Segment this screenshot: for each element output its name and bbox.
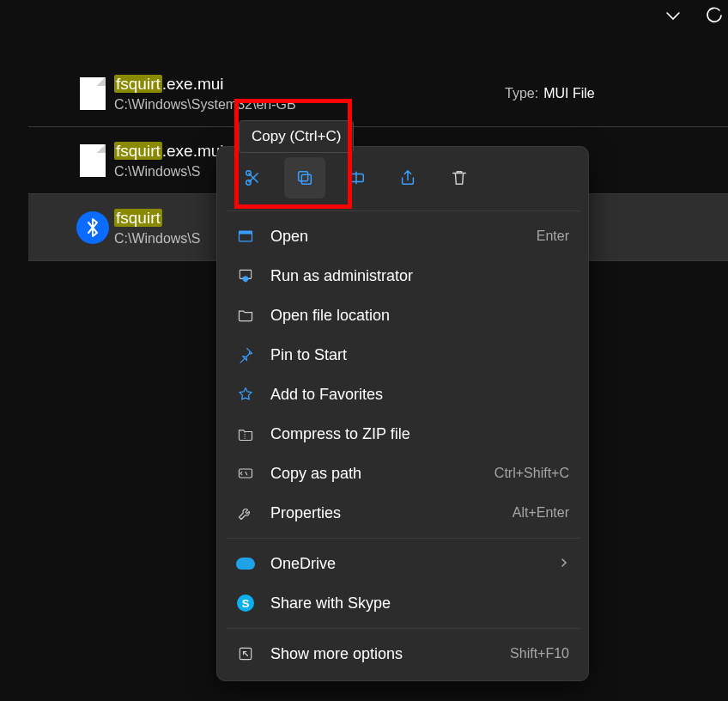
svg-rect-6 — [240, 231, 252, 234]
menu-open-location[interactable]: Open file location — [217, 296, 588, 335]
file-icon — [71, 77, 114, 110]
meta-value: MUI File — [543, 86, 595, 101]
wrench-icon — [236, 504, 255, 521]
menu-label: Pin to Start — [270, 346, 569, 364]
separator — [226, 538, 579, 539]
menu-label: Open file location — [270, 307, 569, 325]
star-icon — [236, 386, 255, 403]
copy-tooltip: Copy (Ctrl+C) — [239, 120, 354, 153]
highlight: fsquirt — [114, 209, 162, 227]
menu-label: Share with Skype — [270, 594, 569, 613]
menu-label: Show more options — [270, 645, 494, 663]
chevron-down-icon[interactable] — [664, 7, 682, 24]
path-icon — [236, 465, 255, 482]
shield-icon — [236, 267, 255, 284]
menu-accel: Enter — [537, 229, 569, 244]
copy-button[interactable] — [284, 157, 325, 198]
menu-accel: Shift+F10 — [510, 646, 569, 661]
file-path: C:\Windows\System32\en-GB — [114, 97, 728, 113]
menu-label: Compress to ZIP file — [270, 425, 569, 443]
share-button[interactable] — [387, 157, 428, 198]
folder-icon — [236, 307, 255, 324]
menu-label: Add to Favorites — [270, 386, 569, 404]
menu-compress-zip[interactable]: Compress to ZIP file — [217, 414, 588, 454]
open-icon — [236, 228, 255, 245]
menu-skype[interactable]: S Share with Skype — [217, 583, 588, 623]
menu-accel: Ctrl+Shift+C — [494, 466, 569, 481]
chevron-right-icon — [559, 556, 569, 571]
menu-show-more[interactable]: Show more options Shift+F10 — [217, 634, 588, 674]
filename-rest: .exe.mui — [162, 75, 224, 93]
action-row — [217, 154, 588, 205]
refresh-icon[interactable] — [706, 7, 723, 24]
menu-open[interactable]: Open Enter — [217, 216, 588, 256]
menu-accel: Alt+Enter — [513, 505, 569, 521]
menu-label: Properties — [270, 504, 497, 522]
skype-icon: S — [236, 594, 255, 612]
separator — [226, 628, 579, 629]
menu-run-admin[interactable]: Run as administrator — [217, 256, 588, 296]
svg-rect-2 — [301, 174, 311, 184]
menu-label: Run as administrator — [270, 267, 569, 285]
menu-add-favorites[interactable]: Add to Favorites — [217, 375, 588, 414]
menu-onedrive[interactable]: OneDrive — [217, 544, 588, 583]
zip-icon — [236, 425, 255, 442]
menu-properties[interactable]: Properties Alt+Enter — [217, 493, 588, 533]
highlight: fsquirt — [114, 142, 162, 160]
cut-button[interactable] — [233, 157, 274, 198]
rename-button[interactable] — [336, 157, 377, 198]
filename-rest: .exe.mui — [162, 142, 224, 160]
context-menu: Open Enter Run as administrator Open fil… — [216, 146, 589, 681]
menu-label: Copy as path — [270, 465, 479, 483]
highlight: fsquirt — [114, 75, 162, 93]
separator — [226, 210, 579, 211]
delete-button[interactable] — [439, 157, 480, 198]
pin-icon — [236, 346, 255, 363]
menu-pin-start[interactable]: Pin to Start — [217, 335, 588, 375]
onedrive-icon — [236, 558, 255, 570]
menu-label: OneDrive — [270, 555, 543, 573]
menu-copy-path[interactable]: Copy as path Ctrl+Shift+C — [217, 454, 588, 493]
result-row[interactable]: fsquirt.exe.mui C:\Windows\System32\en-G… — [28, 60, 728, 127]
menu-label: Open — [270, 228, 521, 246]
bluetooth-icon — [71, 211, 114, 244]
file-icon — [71, 144, 114, 177]
meta-key: Type: — [505, 86, 538, 101]
more-options-icon — [236, 645, 255, 662]
svg-rect-3 — [299, 172, 308, 181]
